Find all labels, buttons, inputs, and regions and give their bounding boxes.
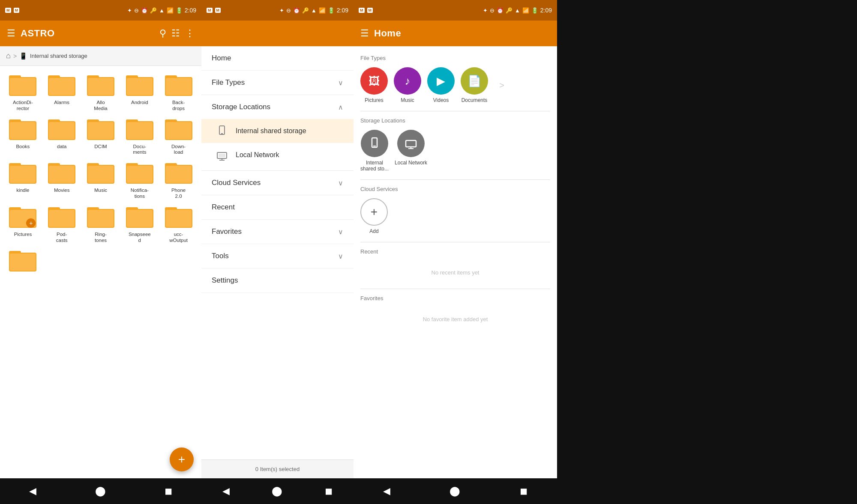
- svg-rect-62: [10, 253, 36, 271]
- svg-rect-26: [127, 122, 153, 139]
- recent-button-1[interactable]: ◼: [165, 486, 172, 497]
- drawer-footer: 0 Item(s) selected: [201, 459, 354, 478]
- folder-extra1[interactable]: [4, 248, 42, 275]
- drawer-sub-localnet[interactable]: Local Network: [201, 143, 354, 167]
- nav-bar-2: ◀ ⬤ ◼: [201, 478, 354, 504]
- key-icon-1: 🔑: [150, 7, 157, 14]
- folder-documents[interactable]: Docu-ments: [121, 117, 158, 156]
- drawer-tools[interactable]: Tools ∨: [201, 244, 354, 268]
- breadcrumb-path-1: Internal shared storage: [30, 53, 87, 59]
- back-button-2[interactable]: ◀: [222, 486, 230, 497]
- recent-button-3[interactable]: ◼: [520, 486, 527, 497]
- breadcrumb-1: ⌂ > 📱 Internal shared storage: [0, 46, 201, 66]
- drawer-settings[interactable]: Settings: [201, 268, 354, 293]
- recent-empty: No recent items yet: [360, 261, 550, 284]
- folder-download[interactable]: Down-load: [160, 117, 197, 156]
- chevron-cloud: ∨: [338, 179, 343, 187]
- mail-icon-2: M: [14, 8, 20, 13]
- drawer-favorites-label: Favorites: [212, 227, 338, 236]
- music-label: Music: [401, 97, 414, 103]
- wifi-icon-1: ▲: [159, 7, 165, 14]
- mail-icon-3a: M: [359, 8, 365, 13]
- menu-icon-1[interactable]: ☰: [7, 28, 15, 39]
- signal-icon-1: 📶: [167, 7, 174, 14]
- folder-android[interactable]: Android: [121, 73, 158, 112]
- folder-actiondirector[interactable]: ActionDi-rector: [4, 73, 42, 112]
- drawer-storage-label: Storage Locations: [212, 103, 338, 111]
- home-title: Home: [374, 28, 550, 39]
- folder-phone20[interactable]: Phone2.0: [160, 161, 197, 200]
- drawer-filetypes-label: File Types: [212, 78, 338, 87]
- wifi-icon-d: ▲: [311, 7, 317, 14]
- drawer-section-filetypes: File Types ∨: [201, 71, 354, 95]
- filter-icon-1[interactable]: ☷: [171, 28, 180, 39]
- signal-icon-d: 📶: [319, 7, 326, 14]
- filetypes-more-arrow[interactable]: >: [494, 72, 509, 99]
- folder-ringtones[interactable]: Ring-tones: [82, 205, 120, 244]
- folder-backdrops[interactable]: Back-drops: [160, 73, 197, 112]
- drawer-home[interactable]: Home: [201, 46, 354, 71]
- home-internal-storage[interactable]: Internalshared sto...: [360, 130, 389, 172]
- recent-button-2[interactable]: ◼: [325, 486, 333, 497]
- fab-button-1[interactable]: +: [170, 447, 194, 471]
- home-panel: M M ✦ ⊖ ⏰ 🔑 ▲ 📶 🔋 2:09 ☰ Home File Types…: [354, 0, 557, 504]
- drawer-recent[interactable]: Recent: [201, 195, 354, 220]
- folder-uccwoutput[interactable]: ucc-wOutput: [160, 205, 197, 244]
- home-button-3[interactable]: ⬤: [449, 486, 460, 497]
- documents-icon: 📄: [461, 67, 488, 95]
- mail-icon-1: M: [5, 8, 11, 13]
- alarm-icon-d: ⏰: [293, 7, 300, 14]
- home-videos[interactable]: ▶ Videos: [427, 67, 455, 103]
- folder-alarms[interactable]: Alarms: [43, 73, 81, 112]
- drawer-settings-label: Settings: [212, 276, 343, 285]
- home-music[interactable]: ♪ Music: [394, 67, 421, 103]
- battery-icon-d: 🔋: [328, 7, 335, 14]
- search-icon-1[interactable]: ⚲: [159, 28, 166, 39]
- drawer-sub-internal[interactable]: Internal shared storage: [201, 119, 354, 143]
- home-icon-1[interactable]: ⌂: [6, 51, 11, 60]
- folder-snapseed[interactable]: Snapseeed: [121, 205, 158, 244]
- drawer-filetypes-header[interactable]: File Types ∨: [201, 71, 354, 95]
- home-add-cloud[interactable]: + Add: [360, 198, 388, 234]
- drawer-storage-sub: Internal shared storage Local Network: [201, 119, 354, 170]
- nav-bar-1: ◀ ⬤ ◼: [0, 478, 201, 504]
- home-documents[interactable]: 📄 Documents: [461, 67, 488, 103]
- local-network-icon: [215, 148, 229, 162]
- internal-storage-icon: [215, 124, 229, 138]
- back-button-1[interactable]: ◀: [29, 486, 36, 497]
- drawer-favorites[interactable]: Favorites ∨: [201, 220, 354, 244]
- chevron-storage: ∧: [338, 103, 343, 111]
- folder-notifications[interactable]: Notifica-tions: [121, 161, 158, 200]
- drawer-storage-header[interactable]: Storage Locations ∧: [201, 95, 354, 119]
- nav-bar-3: ◀ ⬤ ◼: [354, 478, 557, 504]
- drawer-cloud-header[interactable]: Cloud Services ∨: [201, 171, 354, 195]
- folder-music[interactable]: Music: [82, 161, 120, 200]
- status-bar-3: M M ✦ ⊖ ⏰ 🔑 ▲ 📶 🔋 2:09: [354, 0, 557, 21]
- divider-2: [360, 179, 550, 180]
- back-button-3[interactable]: ◀: [383, 486, 390, 497]
- folder-dcim[interactable]: DCIM: [82, 117, 120, 156]
- svg-rect-35: [49, 166, 75, 183]
- alarm-icon-3: ⏰: [497, 7, 503, 14]
- more-icon-1[interactable]: ⋮: [185, 28, 195, 39]
- chevron-filetypes: ∨: [338, 79, 343, 87]
- folder-kindle[interactable]: kindle: [4, 161, 42, 200]
- folder-data[interactable]: data: [43, 117, 81, 156]
- svg-rect-50: [49, 210, 75, 227]
- home-button-2[interactable]: ⬤: [272, 486, 282, 497]
- menu-icon-3[interactable]: ☰: [360, 28, 369, 39]
- folder-allomedia[interactable]: AlloMedia: [82, 73, 120, 112]
- home-local-network[interactable]: Local Network: [395, 130, 427, 166]
- videos-label: Videos: [433, 97, 449, 103]
- svg-rect-68: [219, 154, 225, 157]
- home-button-1[interactable]: ⬤: [95, 486, 106, 497]
- folder-books[interactable]: Books: [4, 117, 42, 156]
- file-manager-panel: M M ✦ ⊖ ⏰ 🔑 ▲ 📶 🔋 2:09 ☰ ASTRO ⚲ ☷ ⋮ ⌂ >…: [0, 0, 201, 504]
- folder-podcasts[interactable]: Pod-casts: [43, 205, 81, 244]
- home-pictures[interactable]: 🖼 Pictures: [360, 67, 388, 103]
- chevron-tools: ∨: [338, 252, 343, 260]
- folder-pictures[interactable]: + Pictures: [4, 205, 42, 244]
- mail-icon-d2: M: [215, 8, 221, 13]
- folder-movies[interactable]: Movies: [43, 161, 81, 200]
- documents-label: Documents: [461, 97, 488, 103]
